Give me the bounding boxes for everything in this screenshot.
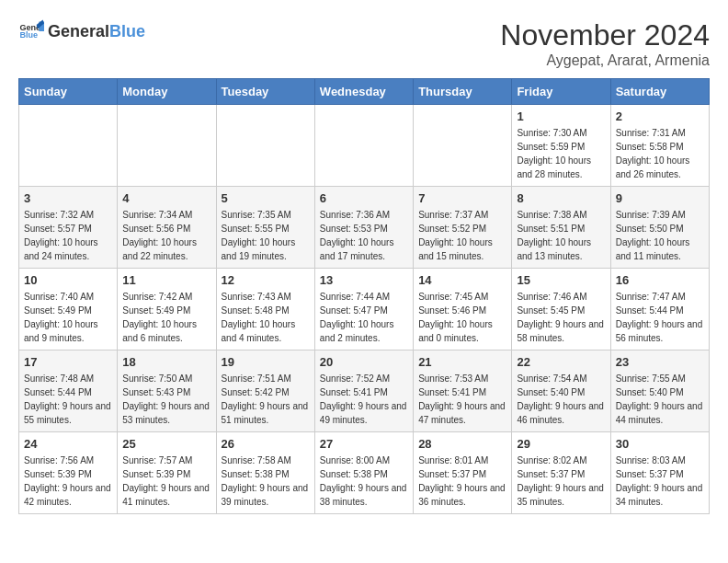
calendar-cell: 4Sunrise: 7:34 AM Sunset: 5:56 PM Daylig… [118, 187, 216, 269]
svg-text:Blue: Blue [19, 30, 38, 40]
day-info: Sunrise: 7:47 AM Sunset: 5:44 PM Dayligh… [616, 290, 704, 345]
day-info: Sunrise: 8:03 AM Sunset: 5:37 PM Dayligh… [616, 454, 704, 509]
day-number: 4 [122, 191, 210, 205]
calendar-cell: 14Sunrise: 7:45 AM Sunset: 5:46 PM Dayli… [414, 269, 512, 350]
calendar-cell: 30Sunrise: 8:03 AM Sunset: 5:37 PM Dayli… [610, 432, 709, 514]
title-block: November 2024 Aygepat, Ararat, Armenia [500, 18, 710, 69]
month-title: November 2024 [500, 18, 710, 52]
day-info: Sunrise: 7:55 AM Sunset: 5:40 PM Dayligh… [616, 372, 704, 427]
calendar-cell: 10Sunrise: 7:40 AM Sunset: 5:49 PM Dayli… [19, 269, 118, 350]
calendar-cell: 3Sunrise: 7:32 AM Sunset: 5:57 PM Daylig… [19, 187, 118, 269]
header-saturday: Saturday [610, 79, 709, 105]
day-info: Sunrise: 7:57 AM Sunset: 5:39 PM Dayligh… [122, 454, 210, 509]
day-info: Sunrise: 7:53 AM Sunset: 5:41 PM Dayligh… [418, 372, 506, 427]
day-info: Sunrise: 8:02 AM Sunset: 5:37 PM Dayligh… [517, 454, 605, 509]
calendar-cell: 16Sunrise: 7:47 AM Sunset: 5:44 PM Dayli… [610, 269, 709, 350]
day-info: Sunrise: 7:52 AM Sunset: 5:41 PM Dayligh… [320, 372, 408, 427]
header-wednesday: Wednesday [314, 79, 413, 105]
calendar-cell [314, 105, 413, 187]
calendar-cell: 20Sunrise: 7:52 AM Sunset: 5:41 PM Dayli… [314, 350, 413, 432]
day-number: 17 [24, 355, 112, 369]
day-number: 22 [517, 355, 605, 369]
day-number: 13 [320, 273, 408, 287]
calendar-cell: 1Sunrise: 7:30 AM Sunset: 5:59 PM Daylig… [512, 105, 610, 187]
calendar-cell: 26Sunrise: 7:58 AM Sunset: 5:38 PM Dayli… [216, 432, 314, 514]
day-info: Sunrise: 7:51 AM Sunset: 5:42 PM Dayligh… [222, 372, 310, 427]
day-info: Sunrise: 7:34 AM Sunset: 5:56 PM Dayligh… [122, 208, 210, 263]
calendar-cell [19, 105, 118, 187]
day-number: 11 [122, 273, 210, 287]
calendar-cell: 29Sunrise: 8:02 AM Sunset: 5:37 PM Dayli… [512, 432, 610, 514]
calendar-body: 1Sunrise: 7:30 AM Sunset: 5:59 PM Daylig… [19, 105, 710, 514]
day-number: 16 [616, 273, 704, 287]
location-title: Aygepat, Ararat, Armenia [500, 52, 710, 69]
day-number: 29 [517, 437, 605, 451]
calendar-cell: 15Sunrise: 7:46 AM Sunset: 5:45 PM Dayli… [512, 269, 610, 350]
day-number: 21 [418, 355, 506, 369]
day-info: Sunrise: 7:45 AM Sunset: 5:46 PM Dayligh… [418, 290, 506, 345]
calendar-cell: 7Sunrise: 7:37 AM Sunset: 5:52 PM Daylig… [414, 187, 512, 269]
day-number: 25 [122, 437, 210, 451]
calendar-cell [216, 105, 314, 187]
day-info: Sunrise: 7:42 AM Sunset: 5:49 PM Dayligh… [122, 290, 210, 345]
day-number: 12 [222, 273, 310, 287]
calendar-cell: 23Sunrise: 7:55 AM Sunset: 5:40 PM Dayli… [610, 350, 709, 432]
header-sunday: Sunday [19, 79, 118, 105]
day-number: 5 [222, 191, 310, 205]
calendar-week-4: 24Sunrise: 7:56 AM Sunset: 5:39 PM Dayli… [19, 432, 710, 514]
calendar-cell: 8Sunrise: 7:38 AM Sunset: 5:51 PM Daylig… [512, 187, 610, 269]
calendar-cell: 21Sunrise: 7:53 AM Sunset: 5:41 PM Dayli… [414, 350, 512, 432]
day-number: 8 [517, 191, 605, 205]
page-header: General Blue General Blue November 2024 … [18, 18, 710, 69]
logo-text-general: General [48, 22, 109, 41]
day-info: Sunrise: 7:46 AM Sunset: 5:45 PM Dayligh… [517, 290, 605, 345]
header-tuesday: Tuesday [216, 79, 314, 105]
day-info: Sunrise: 7:39 AM Sunset: 5:50 PM Dayligh… [616, 208, 704, 263]
calendar-week-2: 10Sunrise: 7:40 AM Sunset: 5:49 PM Dayli… [19, 269, 710, 350]
calendar-cell [118, 105, 216, 187]
day-number: 9 [616, 191, 704, 205]
day-number: 28 [418, 437, 506, 451]
day-info: Sunrise: 8:00 AM Sunset: 5:38 PM Dayligh… [320, 454, 408, 509]
calendar-table: Sunday Monday Tuesday Wednesday Thursday… [18, 78, 710, 514]
day-number: 26 [222, 437, 310, 451]
calendar-cell: 19Sunrise: 7:51 AM Sunset: 5:42 PM Dayli… [216, 350, 314, 432]
logo: General Blue General Blue [18, 18, 145, 44]
calendar-cell: 27Sunrise: 8:00 AM Sunset: 5:38 PM Dayli… [314, 432, 413, 514]
calendar-cell: 2Sunrise: 7:31 AM Sunset: 5:58 PM Daylig… [610, 105, 709, 187]
day-number: 30 [616, 437, 704, 451]
header-friday: Friday [512, 79, 610, 105]
day-info: Sunrise: 7:48 AM Sunset: 5:44 PM Dayligh… [24, 372, 112, 427]
day-number: 19 [222, 355, 310, 369]
calendar-cell: 18Sunrise: 7:50 AM Sunset: 5:43 PM Dayli… [118, 350, 216, 432]
calendar-cell: 5Sunrise: 7:35 AM Sunset: 5:55 PM Daylig… [216, 187, 314, 269]
calendar-cell: 28Sunrise: 8:01 AM Sunset: 5:37 PM Dayli… [414, 432, 512, 514]
day-number: 2 [616, 109, 704, 123]
calendar-cell: 13Sunrise: 7:44 AM Sunset: 5:47 PM Dayli… [314, 269, 413, 350]
day-info: Sunrise: 7:40 AM Sunset: 5:49 PM Dayligh… [24, 290, 112, 345]
calendar-cell: 17Sunrise: 7:48 AM Sunset: 5:44 PM Dayli… [19, 350, 118, 432]
day-info: Sunrise: 7:37 AM Sunset: 5:52 PM Dayligh… [418, 208, 506, 263]
day-info: Sunrise: 7:43 AM Sunset: 5:48 PM Dayligh… [222, 290, 310, 345]
calendar-week-0: 1Sunrise: 7:30 AM Sunset: 5:59 PM Daylig… [19, 105, 710, 187]
day-number: 14 [418, 273, 506, 287]
day-number: 24 [24, 437, 112, 451]
calendar-week-1: 3Sunrise: 7:32 AM Sunset: 5:57 PM Daylig… [19, 187, 710, 269]
day-info: Sunrise: 7:50 AM Sunset: 5:43 PM Dayligh… [122, 372, 210, 427]
calendar-cell: 11Sunrise: 7:42 AM Sunset: 5:49 PM Dayli… [118, 269, 216, 350]
day-info: Sunrise: 7:54 AM Sunset: 5:40 PM Dayligh… [517, 372, 605, 427]
day-info: Sunrise: 7:56 AM Sunset: 5:39 PM Dayligh… [24, 454, 112, 509]
calendar-cell: 25Sunrise: 7:57 AM Sunset: 5:39 PM Dayli… [118, 432, 216, 514]
header-row: Sunday Monday Tuesday Wednesday Thursday… [19, 79, 710, 105]
calendar-cell [414, 105, 512, 187]
calendar-week-3: 17Sunrise: 7:48 AM Sunset: 5:44 PM Dayli… [19, 350, 710, 432]
calendar-cell: 9Sunrise: 7:39 AM Sunset: 5:50 PM Daylig… [610, 187, 709, 269]
day-number: 1 [517, 109, 605, 123]
day-number: 6 [320, 191, 408, 205]
header-thursday: Thursday [414, 79, 512, 105]
day-info: Sunrise: 7:44 AM Sunset: 5:47 PM Dayligh… [320, 290, 408, 345]
day-number: 20 [320, 355, 408, 369]
day-number: 3 [24, 191, 112, 205]
calendar-cell: 12Sunrise: 7:43 AM Sunset: 5:48 PM Dayli… [216, 269, 314, 350]
day-info: Sunrise: 7:30 AM Sunset: 5:59 PM Dayligh… [517, 126, 605, 181]
